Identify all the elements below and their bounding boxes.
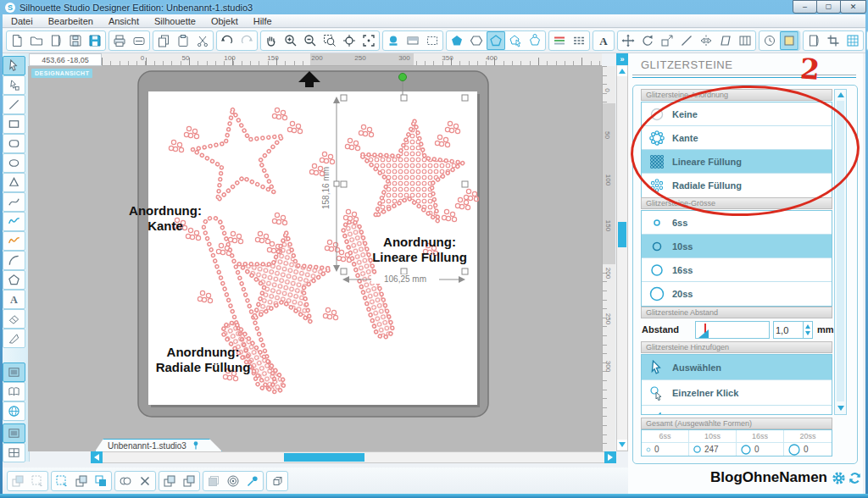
shape-nodes-button[interactable]	[526, 31, 544, 50]
send-to-silhouette-button[interactable]	[130, 31, 148, 50]
library-tool[interactable]	[3, 382, 25, 401]
undo-button[interactable]	[218, 31, 236, 50]
abstand-slider[interactable]	[695, 321, 770, 339]
scroll-right-button[interactable]	[604, 451, 616, 463]
select-same-button[interactable]	[53, 472, 71, 490]
scroll-down-button[interactable]	[617, 440, 627, 450]
menu-ansicht[interactable]: Ansicht	[108, 16, 139, 26]
eraser-tool[interactable]	[3, 309, 25, 329]
label-kante[interactable]: Anordnung:Kante	[110, 203, 220, 234]
scroll-up-button[interactable]	[617, 66, 627, 76]
design-page-tool[interactable]	[3, 362, 25, 382]
knife-tool[interactable]	[3, 329, 25, 348]
transform-move-button[interactable]	[619, 31, 637, 50]
new-document-button[interactable]	[8, 31, 26, 50]
arc-tool[interactable]	[3, 251, 25, 270]
open-library-button[interactable]	[47, 31, 65, 50]
title-bar[interactable]: Silhouette Studio Designer Edition: Unbe…	[0, 0, 868, 14]
zoom-selection-button[interactable]	[320, 31, 339, 50]
draw-line-button[interactable]	[677, 31, 696, 50]
transform-scale-button[interactable]	[658, 31, 676, 50]
zoom-out-button[interactable]	[301, 31, 320, 50]
shape-outline-button[interactable]	[467, 31, 486, 50]
ungroup-button[interactable]	[28, 472, 47, 490]
panel-scrollbar[interactable]	[834, 89, 847, 415]
settings-gear-icon[interactable]	[832, 471, 846, 485]
expand-panel-button[interactable]: »	[616, 53, 628, 65]
copy-button[interactable]	[154, 31, 173, 50]
shear-button[interactable]	[716, 31, 735, 50]
vertical-scrollbar-thumb[interactable]	[618, 222, 626, 247]
send-backward-button[interactable]	[72, 472, 91, 490]
abstand-spinner[interactable]	[804, 321, 813, 339]
fill-color-button[interactable]	[384, 31, 403, 50]
abstand-input[interactable]	[773, 321, 804, 339]
curve-tool[interactable]	[3, 192, 25, 212]
page-setup-button[interactable]	[804, 31, 823, 50]
label-lineare-fuellung[interactable]: Anordnung:Lineare Füllung	[363, 235, 476, 265]
color-picker-button[interactable]	[243, 472, 262, 490]
option-20ss[interactable]: 20ss	[642, 282, 832, 306]
option-freihand[interactable]: Freihand	[642, 406, 832, 415]
pan-tool-button[interactable]	[262, 31, 281, 50]
print-button[interactable]	[110, 31, 129, 50]
registration-marks-button[interactable]	[824, 31, 843, 50]
group-button[interactable]	[8, 472, 27, 490]
maximize-button[interactable]	[816, 0, 841, 14]
rotation-handle[interactable]	[399, 74, 407, 81]
smooth-freehand-tool[interactable]	[3, 231, 25, 251]
redo-button[interactable]	[237, 31, 256, 50]
save-to-library-button[interactable]	[86, 31, 104, 50]
horizontal-scrollbar-thumb[interactable]	[284, 453, 364, 462]
menu-bearbeiten[interactable]: Bearbeiten	[48, 16, 93, 26]
minimize-button[interactable]	[793, 0, 817, 14]
document-tab[interactable]: Unbenannt-1.studio3	[95, 439, 222, 451]
option-einzelner-klick[interactable]: Einzelner Klick	[642, 380, 832, 406]
ellipse-tool[interactable]	[3, 153, 25, 173]
fill-pattern-button[interactable]	[423, 31, 442, 50]
option-auswaehlen[interactable]: Auswählen	[642, 355, 832, 380]
fit-to-page-button[interactable]	[359, 31, 378, 50]
text-style-button[interactable]	[594, 31, 613, 50]
menu-datei[interactable]: Datei	[11, 16, 33, 26]
mirror-button[interactable]	[697, 31, 715, 50]
slider-thumb[interactable]	[698, 329, 709, 338]
align-columns-button[interactable]	[736, 31, 754, 50]
offset-button[interactable]	[224, 472, 242, 490]
option-radiale-fuellung[interactable]: Radiale Füllung	[642, 174, 832, 197]
cut-button[interactable]	[193, 31, 212, 50]
single-view-button[interactable]	[3, 423, 25, 443]
split-view-button[interactable]	[3, 443, 25, 462]
menu-objekt[interactable]: Objekt	[211, 16, 238, 26]
transform-rotate-button[interactable]	[638, 31, 657, 50]
regular-polygon-tool[interactable]	[3, 270, 25, 290]
delete-button[interactable]	[136, 472, 154, 490]
fill-gradient-button[interactable]	[403, 31, 422, 50]
sync-icon[interactable]	[848, 471, 862, 485]
save-button[interactable]	[66, 31, 85, 50]
zoom-in-button[interactable]	[281, 31, 300, 50]
store-tool[interactable]	[3, 401, 25, 421]
edit-points-tool[interactable]	[3, 75, 25, 95]
open-button[interactable]	[27, 31, 46, 50]
shape-cursor-button[interactable]	[506, 31, 525, 50]
line-style-button[interactable]	[570, 31, 588, 50]
polygon-tool[interactable]	[3, 173, 25, 192]
paste-button[interactable]	[174, 31, 192, 50]
shape-filled-button[interactable]	[448, 31, 466, 50]
vertical-scrollbar[interactable]	[616, 53, 628, 451]
bring-forward-button[interactable]	[92, 472, 110, 490]
menu-hilfe[interactable]: Hilfe	[253, 16, 272, 26]
shadow-button[interactable]	[204, 472, 223, 490]
spinner-down-icon[interactable]	[805, 331, 810, 335]
rhinestone-shape-button[interactable]	[487, 31, 505, 50]
panel-scrollbar-thumb[interactable]	[837, 101, 844, 401]
close-button[interactable]	[840, 0, 866, 14]
design-canvas[interactable]	[28, 66, 602, 451]
text-tool[interactable]	[3, 290, 25, 309]
schedule-button[interactable]	[760, 31, 779, 50]
rounded-rectangle-tool[interactable]	[3, 134, 25, 153]
panel-scroll-up-icon[interactable]	[837, 92, 844, 97]
page-color-button[interactable]	[780, 31, 798, 50]
freehand-tool[interactable]	[3, 212, 25, 231]
